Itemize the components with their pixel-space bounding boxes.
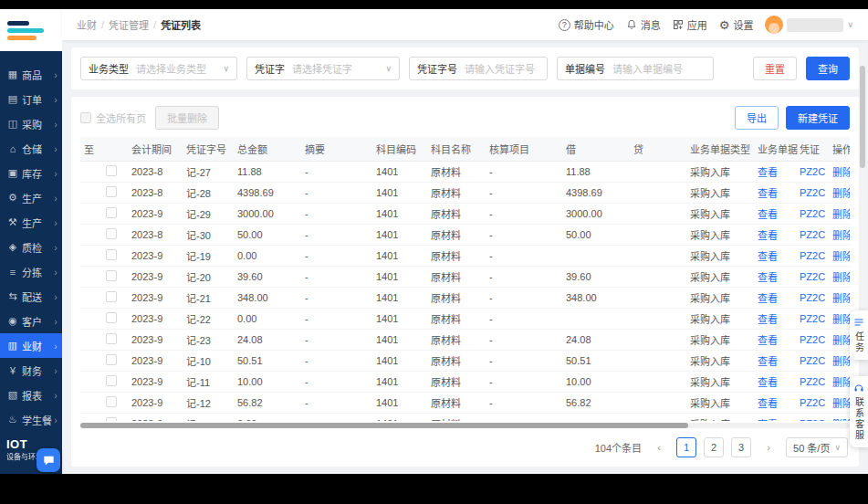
settings-button[interactable]: ⚙ 设置: [719, 17, 754, 32]
voucher-link[interactable]: PZ2C: [800, 355, 825, 366]
view-doc-link[interactable]: 查看: [758, 398, 778, 409]
breadcrumb-level-1[interactable]: 业财: [77, 17, 97, 32]
sidebar-item-finance[interactable]: ¥ 财务 ›: [0, 358, 62, 383]
page-size-select[interactable]: 50 条/页 ∨: [786, 437, 848, 457]
voucher-link[interactable]: PZ2C: [800, 397, 825, 408]
row-checkbox[interactable]: [106, 270, 117, 281]
view-doc-link[interactable]: 查看: [758, 335, 778, 346]
chevron-right-icon: ›: [54, 193, 58, 204]
doc-no-input[interactable]: 单据编号 请输入单据编号: [557, 57, 714, 80]
sidebar-item-warehouse[interactable]: ⌂ 仓储 ›: [0, 136, 62, 161]
view-doc-link[interactable]: 查看: [758, 272, 778, 283]
sidebar-item-quality[interactable]: ◈ 质检 ›: [0, 235, 62, 259]
row-checkbox[interactable]: [106, 228, 117, 239]
voucher-link[interactable]: PZ2C: [800, 292, 825, 303]
row-checkbox[interactable]: [106, 207, 117, 218]
query-button[interactable]: 查询: [806, 57, 850, 80]
voucher-link[interactable]: PZ2C: [800, 229, 825, 240]
view-doc-link[interactable]: 查看: [758, 167, 778, 178]
view-doc-link[interactable]: 查看: [758, 209, 778, 220]
row-checkbox[interactable]: [106, 354, 117, 365]
voucher-link[interactable]: PZ2C: [800, 418, 825, 422]
export-button[interactable]: 导出: [735, 106, 779, 130]
view-doc-link[interactable]: 查看: [758, 188, 778, 199]
business-type-select[interactable]: 业务类型 请选择业务类型 ∨: [80, 57, 237, 80]
sidebar-item-production-2[interactable]: ⚒ 生产 ›: [0, 210, 62, 235]
select-all-pages[interactable]: 全选所有页: [80, 110, 146, 125]
sidebar-item-orders[interactable]: ▤ 订单 ›: [0, 87, 62, 111]
delete-link[interactable]: 删除: [832, 335, 850, 346]
row-checkbox[interactable]: [106, 312, 117, 323]
delete-link[interactable]: 删除: [832, 356, 850, 367]
sidebar-item-goods[interactable]: ▦ 商品 ›: [0, 62, 62, 87]
view-doc-link[interactable]: 查看: [758, 314, 778, 325]
doc-no-label: 单据编号: [565, 61, 605, 76]
delete-link[interactable]: 删除: [832, 314, 850, 325]
apps-button[interactable]: 应用: [673, 17, 707, 32]
delete-link[interactable]: 删除: [832, 251, 850, 262]
voucher-link[interactable]: PZ2C: [800, 166, 825, 177]
view-doc-link[interactable]: 查看: [758, 230, 778, 241]
delete-link[interactable]: 删除: [832, 188, 850, 199]
row-checkbox[interactable]: [106, 165, 117, 176]
chevron-right-icon: ›: [54, 242, 58, 253]
support-float-button[interactable]: 联系客服: [850, 376, 868, 447]
user-menu[interactable]: ∨: [765, 16, 853, 34]
view-doc-link[interactable]: 查看: [758, 419, 778, 422]
help-center-button[interactable]: ? 帮助中心: [559, 17, 614, 32]
row-checkbox[interactable]: [106, 417, 117, 422]
delete-link[interactable]: 删除: [832, 398, 850, 409]
vertical-scrollbar-thumb[interactable]: [860, 66, 865, 168]
page-button-2[interactable]: 2: [704, 437, 724, 457]
sidebar-item-reports[interactable]: ▧ 报表 ›: [0, 383, 62, 407]
row-checkbox[interactable]: [106, 249, 117, 260]
voucher-link[interactable]: PZ2C: [800, 208, 825, 219]
cell-total: 4398.69: [234, 182, 301, 203]
reset-button[interactable]: 重置: [753, 57, 797, 80]
chat-widget-button[interactable]: [37, 448, 60, 472]
delete-link[interactable]: 删除: [832, 209, 850, 220]
delete-link[interactable]: 删除: [832, 167, 850, 178]
voucher-link[interactable]: PZ2C: [800, 334, 825, 345]
sidebar-item-biz-finance[interactable]: ▥ 业财 ›: [0, 333, 62, 358]
select-all-checkbox[interactable]: [80, 112, 91, 123]
delete-link[interactable]: 删除: [832, 293, 850, 304]
page-button-1[interactable]: 1: [676, 437, 696, 457]
batch-delete-button[interactable]: 批量删除: [155, 106, 219, 130]
sidebar-item-student-meal[interactable]: ♨ 学生餐 ›: [0, 407, 62, 432]
horizontal-scrollbar-thumb[interactable]: [80, 423, 688, 428]
voucher-no-input[interactable]: 凭证字号 请输入凭证字号: [409, 57, 548, 80]
voucher-link[interactable]: PZ2C: [800, 271, 825, 282]
view-doc-link[interactable]: 查看: [758, 293, 778, 304]
new-voucher-button[interactable]: 新建凭证: [786, 106, 850, 130]
sidebar-item-production[interactable]: ⚙ 生产 ›: [0, 185, 62, 210]
row-checkbox[interactable]: [106, 291, 117, 302]
sidebar-item-inventory[interactable]: ▣ 库存 ›: [0, 161, 62, 185]
row-checkbox[interactable]: [106, 396, 117, 407]
voucher-link[interactable]: PZ2C: [800, 187, 825, 198]
voucher-link[interactable]: PZ2C: [800, 313, 825, 324]
voucher-link[interactable]: PZ2C: [800, 376, 825, 387]
row-checkbox[interactable]: [106, 375, 117, 386]
view-doc-link[interactable]: 查看: [758, 251, 778, 262]
next-page-button[interactable]: ›: [758, 437, 779, 457]
view-doc-link[interactable]: 查看: [758, 356, 778, 367]
sidebar-item-purchase[interactable]: ◫ 采购 ›: [0, 111, 62, 136]
prev-page-button[interactable]: ‹: [649, 437, 669, 457]
delete-link[interactable]: 删除: [832, 272, 850, 283]
tasks-float-button[interactable]: 任务: [850, 310, 868, 360]
delete-link[interactable]: 删除: [832, 377, 850, 388]
messages-button[interactable]: 消息: [626, 17, 661, 32]
sidebar-item-delivery[interactable]: ⇆ 配送 ›: [0, 284, 62, 309]
view-doc-link[interactable]: 查看: [758, 377, 778, 388]
sidebar-item-customer[interactable]: ◉ 客户 ›: [0, 309, 62, 333]
row-checkbox[interactable]: [106, 333, 117, 344]
voucher-word-select[interactable]: 凭证字 请选择凭证字 ∨: [246, 57, 400, 80]
breadcrumb-level-2[interactable]: 凭证管理: [109, 17, 149, 32]
delete-link[interactable]: 删除: [832, 419, 850, 422]
row-checkbox[interactable]: [106, 186, 117, 197]
sidebar-item-sorting[interactable]: ≡ 分拣 ›: [0, 259, 62, 284]
delete-link[interactable]: 删除: [832, 230, 850, 241]
voucher-link[interactable]: PZ2C: [800, 250, 825, 261]
page-button-3[interactable]: 3: [731, 437, 751, 457]
